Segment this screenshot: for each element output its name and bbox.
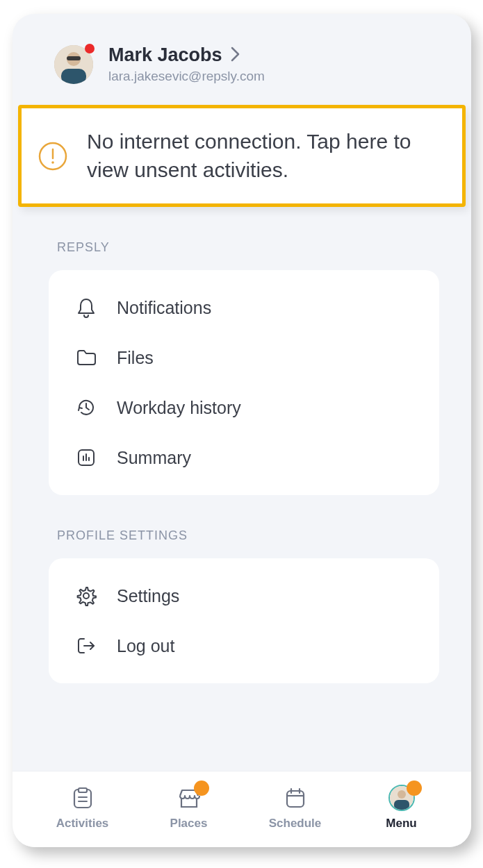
profile-settings-card: Settings Log out	[49, 558, 439, 683]
nav-label: Menu	[386, 817, 416, 831]
svg-point-21	[398, 790, 406, 799]
logout-icon	[75, 635, 97, 657]
menu-avatar	[388, 785, 415, 811]
svg-rect-3	[61, 69, 86, 84]
menu-item-logout[interactable]: Log out	[49, 621, 439, 671]
nav-menu[interactable]: Menu	[360, 785, 443, 831]
bell-icon	[75, 297, 97, 319]
menu-item-workday-history[interactable]: Workday history	[49, 383, 439, 433]
folder-icon	[75, 347, 97, 369]
nav-schedule[interactable]: Schedule	[254, 785, 337, 831]
nav-label: Activities	[56, 817, 109, 831]
nav-label: Schedule	[269, 817, 322, 831]
nav-places[interactable]: Places	[147, 785, 231, 831]
svg-rect-16	[287, 791, 304, 807]
activities-icon	[69, 785, 96, 811]
menu-label: Summary	[117, 448, 191, 468]
avatar[interactable]	[54, 45, 93, 84]
svg-rect-22	[394, 800, 409, 810]
section-label-repsly: REPSLY	[13, 207, 471, 270]
bottom-nav: Activities Places Schedule Menu	[13, 771, 471, 847]
menu-label: Files	[117, 348, 154, 368]
repsly-menu-card: Notifications Files Workday history Summ…	[49, 270, 439, 495]
nav-label: Places	[170, 817, 208, 831]
menu-label: Settings	[117, 586, 179, 606]
chevron-right-icon	[231, 47, 240, 65]
menu-item-summary[interactable]: Summary	[49, 433, 439, 483]
offline-alert-banner[interactable]: No internet connection. Tap here to view…	[18, 105, 466, 207]
chart-icon	[75, 446, 97, 469]
svg-point-11	[83, 593, 89, 599]
menu-item-settings[interactable]: Settings	[49, 571, 439, 621]
svg-point-6	[51, 161, 54, 164]
menu-label: Workday history	[117, 398, 241, 418]
svg-rect-2	[67, 56, 81, 60]
svg-rect-13	[79, 788, 87, 792]
badge-dot-icon	[194, 781, 209, 796]
menu-label: Notifications	[117, 298, 211, 318]
app-frame: Mark Jacobs lara.jakesevic@repsly.com No…	[13, 14, 471, 847]
places-icon	[176, 785, 202, 811]
section-label-profile-settings: PROFILE SETTINGS	[13, 495, 471, 558]
menu-label: Log out	[117, 636, 174, 656]
menu-item-files[interactable]: Files	[49, 333, 439, 383]
profile-name: Mark Jacobs	[108, 44, 222, 66]
alert-icon	[37, 140, 69, 172]
history-icon	[75, 397, 97, 419]
badge-dot-icon	[407, 781, 422, 796]
profile-email: lara.jakesevic@repsly.com	[108, 69, 265, 84]
calendar-icon	[282, 785, 309, 811]
profile-header[interactable]: Mark Jacobs lara.jakesevic@repsly.com	[13, 14, 471, 101]
gear-icon	[75, 585, 97, 607]
menu-item-notifications[interactable]: Notifications	[49, 283, 439, 333]
scroll-area[interactable]: Mark Jacobs lara.jakesevic@repsly.com No…	[13, 14, 471, 771]
profile-text: Mark Jacobs lara.jakesevic@repsly.com	[108, 44, 265, 84]
status-dot-icon	[85, 44, 95, 53]
alert-text: No internet connection. Tap here to view…	[87, 128, 444, 184]
nav-activities[interactable]: Activities	[41, 785, 124, 831]
